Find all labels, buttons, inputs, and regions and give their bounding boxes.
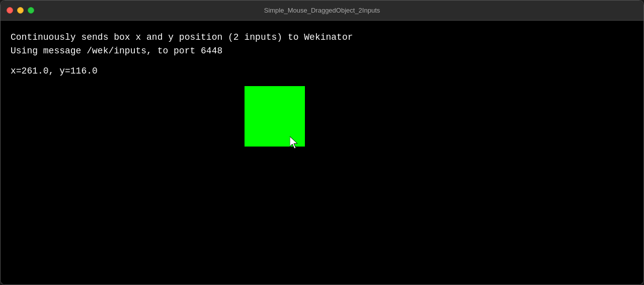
draggable-box[interactable]: [245, 86, 305, 147]
coordinates-display: x=261.0, y=116.0: [11, 66, 633, 76]
description-text: Continuously sends box x and y position …: [11, 31, 633, 58]
window-title: Simple_Mouse_DraggedObject_2Inputs: [264, 7, 380, 14]
minimize-button[interactable]: [17, 7, 24, 14]
window-controls: [7, 7, 34, 14]
description-line2: Using message /wek/inputs, to port 6448: [11, 44, 633, 58]
description-line1: Continuously sends box x and y position …: [11, 31, 633, 44]
maximize-button[interactable]: [28, 7, 34, 14]
titlebar: Simple_Mouse_DraggedObject_2Inputs: [1, 1, 643, 21]
canvas-area[interactable]: [11, 86, 633, 247]
application-window: Simple_Mouse_DraggedObject_2Inputs Conti…: [0, 0, 644, 285]
close-button[interactable]: [7, 7, 13, 14]
main-content: Continuously sends box x and y position …: [1, 21, 643, 284]
